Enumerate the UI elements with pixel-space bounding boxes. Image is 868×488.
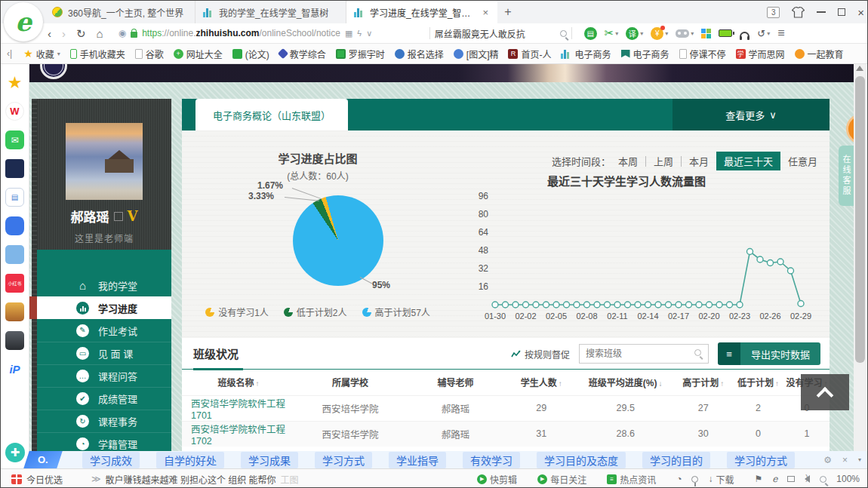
apps-grid-icon[interactable]	[701, 29, 711, 38]
filter-this-month[interactable]: 本月	[689, 154, 709, 168]
col-teacher[interactable]: 辅导老师	[405, 370, 506, 395]
window-split-icon[interactable]	[787, 476, 795, 482]
speed-gauge-icon[interactable]: ◔	[676, 474, 682, 484]
battery-saver-icon[interactable]	[719, 29, 732, 37]
hotword-link[interactable]: 学习成效	[82, 452, 140, 468]
clover-helper-icon[interactable]: ✚	[5, 443, 25, 462]
tab-learning-progress-active[interactable]: 学习进度_在线学堂_智慧树 ×	[346, 1, 497, 23]
games-button[interactable]: ▾	[676, 29, 694, 38]
scrollbar-thumb[interactable]	[855, 76, 865, 363]
bookmark-ecommerce-1[interactable]: 电子商务	[561, 48, 611, 60]
bookmark-ecommerce-2[interactable]: 电子商务	[621, 48, 669, 60]
flag-icon[interactable]: ⚑	[754, 474, 762, 484]
bookmark-google[interactable]: 谷歌	[135, 48, 164, 60]
tab-close-icon[interactable]: ×	[481, 7, 490, 18]
bookmark-phone-favorites[interactable]: 手机收藏夹	[70, 48, 125, 60]
col-class-name[interactable]: 班级名称↑	[182, 370, 295, 395]
collapse-sidebar-icon[interactable]: ‹|	[7, 48, 12, 59]
reading-mode-icon[interactable]: ▤	[584, 27, 597, 40]
filter-last-week[interactable]: 上周	[654, 154, 673, 168]
qr-grid-icon[interactable]: ▦	[345, 29, 352, 38]
hotword-link[interactable]: 学习目的及态度	[537, 452, 626, 468]
bookmark-17edu[interactable]: 一起教育	[795, 48, 844, 60]
forward-button[interactable]: ›	[62, 28, 66, 39]
bookmark-homepage[interactable]: R首页-人	[508, 48, 551, 60]
download-button[interactable]: ↓下载	[708, 473, 734, 486]
screenshot-scissors-button[interactable]: ✂▾	[605, 26, 619, 40]
browser-search-box[interactable]	[435, 25, 567, 41]
xiaohongshu-icon[interactable]: 小红书	[5, 274, 24, 293]
reload-button[interactable]: ↻	[76, 28, 86, 39]
headset-icon[interactable]	[740, 32, 749, 38]
close-window-button[interactable]: ×	[857, 7, 864, 18]
game-app-1-icon[interactable]	[5, 245, 24, 264]
hot-news-button[interactable]: ≡热点资讯	[607, 473, 656, 486]
col-avg-progress[interactable]: 班级平均进度(%)↓	[577, 370, 674, 395]
class-link[interactable]: 西安培华学院软件工程1702	[182, 421, 295, 447]
game-app-3-icon[interactable]	[5, 331, 24, 350]
hotword-link[interactable]: 学业指导	[389, 452, 446, 468]
sidebar-item-course-affairs[interactable]: ↻课程事务	[37, 410, 171, 432]
zoom-level[interactable]: 100%	[836, 474, 860, 484]
chat-app-icon[interactable]	[5, 216, 24, 235]
tab-count-badge[interactable]: 3	[767, 7, 780, 18]
bookmark-360-sites[interactable]: +网址大全	[174, 48, 223, 60]
translate-button[interactable]: 译▾	[626, 27, 643, 40]
class-search-box[interactable]	[579, 344, 709, 364]
page-scrollbar[interactable]	[854, 64, 866, 468]
scroll-up-arrow-icon[interactable]	[856, 66, 863, 71]
course-tab[interactable]: 电子商务概论（山东联盟）	[195, 99, 348, 130]
hotwords-settings-gear-icon[interactable]: ⚙	[823, 455, 832, 465]
view-more-button[interactable]: 查看更多∨	[673, 99, 830, 130]
weibo-icon[interactable]: W	[5, 102, 24, 121]
bookmark-thesis[interactable]: (论文)	[232, 48, 269, 60]
game-app-2-icon[interactable]	[5, 302, 24, 321]
sidebar-item-learning-progress[interactable]: 学习进度	[37, 296, 171, 319]
favorites-star-icon[interactable]: ★	[5, 73, 24, 92]
pie-chart[interactable]	[293, 195, 383, 286]
tab-360nav[interactable]: 360导航_一个主页, 整个世界	[45, 1, 195, 23]
class-search-input[interactable]	[579, 344, 709, 364]
hotword-link[interactable]: 学习成果	[241, 452, 298, 468]
class-link[interactable]: 西安培华学院软件工程1701	[182, 395, 295, 421]
url-text[interactable]: https://online.zhihuishu.com/onlineSchoo…	[142, 28, 340, 38]
online-service-tab[interactable]: 在线客服	[839, 146, 854, 206]
col-below-plan[interactable]: 低于计划↑	[732, 370, 784, 395]
back-button[interactable]: ‹	[48, 28, 51, 39]
address-dropdown-icon[interactable]: ∨	[366, 29, 372, 38]
bookmark-teaching[interactable]: 教学综合	[279, 48, 326, 60]
bookmark-class-suspended[interactable]: 停课不停	[679, 48, 726, 60]
hotword-link[interactable]: 学习的目的	[642, 452, 710, 468]
hotword-link[interactable]: 学习的方式	[727, 452, 795, 468]
hqwx-app-icon[interactable]	[5, 159, 24, 178]
supervise-by-rule-button[interactable]: 按规则督促	[511, 348, 570, 361]
filter-last-30-days-active[interactable]: 最近三十天	[716, 152, 780, 170]
sidebar-item-meeting-class[interactable]: ▭见 面 课	[37, 342, 171, 364]
bookmark-favorites[interactable]: ★收藏▾	[23, 48, 60, 60]
flash-icon[interactable]: ϟ	[357, 29, 362, 38]
col-student-count[interactable]: 学生人数↑	[506, 370, 577, 395]
mail-icon[interactable]: ✉	[5, 130, 24, 149]
export-realtime-data-button[interactable]: ≡ 导出实时数据	[718, 342, 820, 365]
maximize-button[interactable]	[838, 8, 845, 16]
reader-mode-icon[interactable]: ◉	[119, 28, 126, 38]
col-school[interactable]: 所属学校	[295, 370, 405, 395]
sidebar-item-my-school[interactable]: ⌂我的学堂	[37, 274, 171, 296]
search-icon[interactable]	[560, 30, 567, 37]
history-undo-button[interactable]: ↺▾	[757, 28, 770, 39]
daily-follow-button[interactable]: ▶每日关注	[537, 473, 586, 486]
new-tab-button[interactable]: +	[497, 1, 519, 23]
bookmark-graphics[interactable]: [图文]精	[454, 48, 499, 60]
bookmark-luozhenyu[interactable]: 罗振宇时	[336, 48, 385, 60]
col-above-plan[interactable]: 高于计划↑	[674, 370, 732, 395]
search-input[interactable]	[435, 28, 556, 38]
filter-this-week[interactable]: 本周	[618, 154, 638, 168]
pin-icon[interactable]	[691, 476, 698, 483]
hotwords-close-icon[interactable]: ×	[842, 455, 848, 465]
hotwords-collapse-icon[interactable]: ▾	[858, 456, 861, 463]
line-chart[interactable]: 96806448321601-3002-0202-0502-0802-1102-…	[454, 189, 830, 333]
hotword-link[interactable]: 有效学习	[463, 452, 520, 468]
pp-video-icon[interactable]: iP	[5, 360, 24, 379]
back-to-top-button[interactable]	[801, 374, 849, 410]
bookmark-xueersi[interactable]: 学学而思网	[736, 48, 785, 60]
